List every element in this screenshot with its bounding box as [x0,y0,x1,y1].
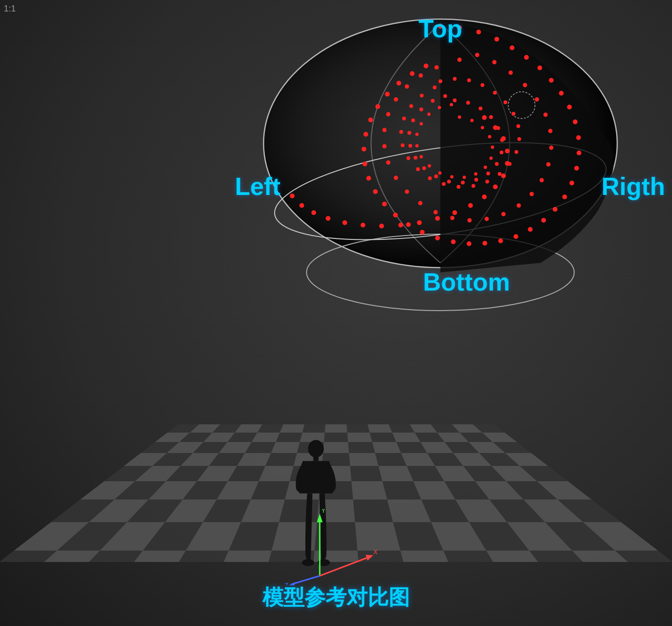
svg-point-16 [576,151,581,155]
svg-point-37 [363,132,368,137]
svg-point-47 [509,71,513,75]
svg-point-153 [505,161,509,166]
svg-point-24 [498,238,503,243]
svg-point-155 [501,136,506,141]
svg-point-98 [453,98,456,102]
svg-point-131 [420,155,423,159]
svg-point-67 [382,128,387,132]
svg-point-129 [438,172,442,175]
svg-point-48 [523,83,527,87]
svg-point-118 [443,94,447,98]
svg-point-58 [485,217,489,221]
svg-point-134 [420,122,423,126]
svg-point-132 [415,144,419,148]
svg-point-116 [419,108,423,111]
corner-label: 1:1 [4,4,16,14]
svg-point-6 [476,30,481,34]
svg-point-100 [478,107,482,110]
svg-point-150 [482,194,487,199]
svg-point-93 [399,130,403,134]
svg-point-92 [401,143,404,147]
hemisphere-container: Top Left Rigth Bottom [254,10,627,335]
svg-point-105 [495,162,499,166]
svg-point-121 [481,126,484,130]
svg-text:Y: Y [321,509,326,514]
svg-point-30 [406,222,411,227]
svg-point-19 [562,194,567,199]
svg-point-142 [342,220,347,225]
svg-point-78 [503,100,507,104]
svg-point-84 [498,172,501,176]
svg-point-77 [493,91,497,95]
axis-arrows: Y X Z [282,509,377,585]
svg-point-64 [394,176,398,180]
svg-point-146 [417,220,422,225]
svg-point-154 [505,149,509,153]
svg-point-104 [499,151,503,154]
svg-point-113 [408,144,412,148]
svg-point-4 [438,24,443,29]
svg-point-82 [514,150,518,154]
svg-point-109 [447,180,451,183]
svg-point-9 [524,55,529,60]
svg-point-21 [541,218,546,223]
svg-point-110 [434,174,438,178]
svg-point-128 [450,175,454,179]
svg-point-147 [435,216,440,221]
svg-point-65 [386,161,390,165]
svg-point-141 [325,216,330,221]
svg-point-35 [362,162,367,166]
svg-point-10 [537,65,542,70]
svg-point-144 [379,224,384,228]
svg-point-96 [420,94,423,97]
svg-point-148 [452,210,457,215]
svg-point-13 [567,105,572,109]
svg-point-87 [456,185,460,189]
svg-point-112 [413,156,417,160]
svg-point-41 [396,81,401,86]
svg-point-108 [461,181,465,184]
svg-point-5 [457,25,462,30]
svg-point-136 [438,106,441,109]
svg-point-145 [398,223,403,227]
svg-point-51 [548,129,553,133]
svg-point-17 [574,166,579,171]
svg-point-34 [366,176,371,181]
svg-point-70 [405,85,409,89]
svg-rect-159 [313,456,318,461]
svg-point-45 [475,53,479,57]
svg-point-27 [451,239,455,244]
svg-point-138 [290,194,294,198]
svg-point-89 [428,176,432,180]
svg-point-75 [467,78,471,82]
svg-point-31 [393,213,398,217]
svg-point-69 [394,97,398,102]
svg-point-72 [434,65,439,70]
svg-point-81 [517,137,521,141]
svg-point-8 [509,45,514,50]
svg-point-68 [386,112,390,117]
svg-point-158 [308,440,324,458]
svg-point-38 [368,118,373,122]
svg-point-126 [474,173,477,176]
svg-point-62 [418,201,423,205]
svg-point-101 [489,115,493,119]
svg-point-52 [549,146,553,150]
svg-point-42 [410,71,414,76]
svg-text:X: X [373,548,377,556]
svg-point-57 [501,212,506,216]
svg-point-156 [493,125,498,130]
svg-point-54 [540,178,544,183]
3d-viewport: Top Left Rigth Bottom Y X [0,0,672,626]
svg-point-26 [466,241,471,246]
dome-svg [254,10,627,335]
svg-point-11 [549,78,553,83]
svg-point-50 [543,113,548,117]
svg-point-94 [402,117,406,120]
svg-point-111 [422,166,426,170]
svg-point-14 [573,119,577,124]
svg-point-76 [480,83,484,87]
caption-text: 模型参考对比图 [262,583,410,612]
svg-point-120 [470,119,474,122]
svg-point-46 [492,60,497,65]
